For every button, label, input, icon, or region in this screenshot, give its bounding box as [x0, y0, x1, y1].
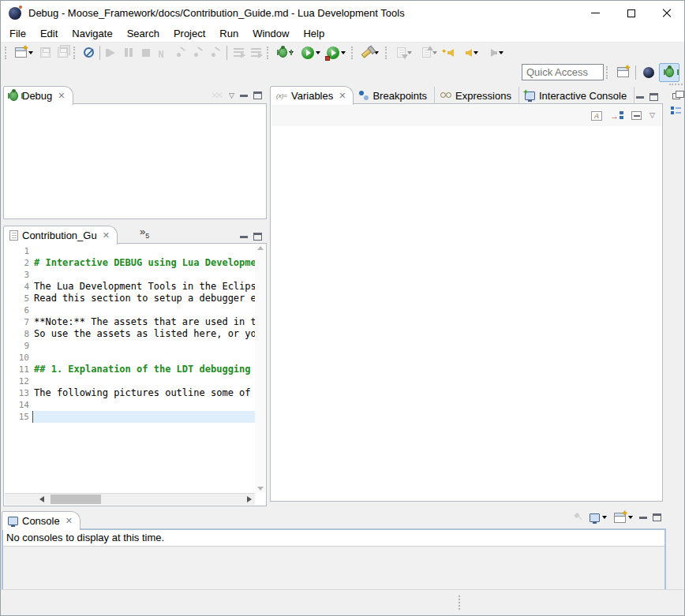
debug-button[interactable] — [273, 44, 298, 62]
main-toolbar: ✦ — [1, 43, 684, 62]
open-console-button[interactable]: ✦ — [613, 509, 634, 526]
dropdown-caret-icon — [316, 51, 320, 54]
close-icon[interactable]: ✕ — [58, 91, 65, 101]
tab-editor-contribution-guide[interactable]: Contribution_Gu ✕ — [3, 226, 118, 245]
tab-label: Debug — [22, 90, 52, 102]
window-maximize-button[interactable] — [613, 1, 649, 25]
tab-expressions[interactable]: Expressions — [435, 87, 519, 104]
debug-tab-row: Debug ✕ ✕✕ ▽ — [3, 84, 267, 104]
external-tools-icon — [327, 47, 339, 59]
menu-help[interactable]: Help — [296, 26, 331, 41]
restore-view-button[interactable] — [666, 93, 685, 99]
show-logical-structure-button[interactable]: → — [610, 111, 623, 121]
minimize-icon — [591, 13, 600, 13]
variables-toolbar: A → ▽ — [271, 105, 661, 126]
external-tools-button[interactable] — [324, 44, 349, 62]
breakpoints-icon — [359, 91, 369, 100]
skip-all-breakpoints-button[interactable] — [80, 44, 97, 62]
view-menu-button[interactable]: ▽ — [649, 112, 655, 119]
scroll-down-icon[interactable] — [257, 487, 264, 491]
dropdown-caret-icon — [407, 51, 412, 54]
minimize-view-button[interactable] — [240, 95, 248, 97]
outline-view-button[interactable] — [666, 106, 685, 116]
skip-breakpoints-icon — [84, 47, 94, 58]
scroll-up-icon[interactable] — [257, 246, 264, 250]
toolbar-drag-handle[interactable] — [351, 47, 355, 59]
menu-file[interactable]: File — [2, 26, 33, 41]
window-minimize-button[interactable] — [578, 1, 613, 25]
menu-edit[interactable]: Edit — [33, 26, 65, 41]
variables-icon: (x)= — [276, 92, 287, 99]
toolbar-drag-handle[interactable] — [385, 47, 389, 59]
console-empty-message: No consoles to display at this time. — [3, 530, 664, 547]
tab-label: Console — [22, 515, 60, 527]
toolbar-drag-handle[interactable] — [5, 47, 9, 59]
editor-line: 14 — [4, 399, 255, 411]
run-button[interactable] — [298, 44, 324, 62]
tab-breakpoints[interactable]: Breakpoints — [354, 87, 435, 104]
dropdown-caret-icon — [499, 51, 503, 54]
toolbar-drag-handle[interactable] — [267, 47, 271, 59]
open-perspective-button[interactable]: ✦ — [612, 63, 633, 82]
status-drag-handle[interactable] — [459, 595, 460, 610]
view-menu-button[interactable]: ▽ — [229, 92, 234, 99]
editor-line: 8So use the assets as listed here, or yo — [4, 328, 255, 340]
toolbar-drag-handle[interactable] — [606, 66, 610, 79]
scroll-right-icon[interactable] — [247, 496, 252, 502]
editor-line: 2# Interactive DEBUG using Lua Developme — [4, 257, 255, 269]
close-icon[interactable]: ✕ — [66, 516, 73, 526]
new-wizard-button[interactable]: ✦ — [11, 44, 36, 62]
show-type-names-button[interactable]: A — [591, 111, 602, 121]
tab-debug[interactable]: Debug ✕ — [3, 86, 73, 105]
editor-horizontal-scrollbar[interactable] — [5, 493, 255, 505]
menu-project[interactable]: Project — [167, 26, 212, 41]
maximize-view-button[interactable] — [253, 233, 262, 241]
use-step-filters-icon — [234, 48, 244, 57]
step-into-button — [172, 44, 189, 62]
scrollbar-thumb[interactable] — [51, 495, 101, 504]
menu-run[interactable]: Run — [212, 26, 245, 41]
tab-console[interactable]: Console ✕ — [2, 511, 80, 530]
editor-vertical-scrollbar[interactable] — [255, 244, 265, 493]
maximize-view-button[interactable] — [253, 91, 262, 99]
maximize-view-button[interactable] — [653, 513, 661, 521]
step-into-icon — [176, 48, 185, 57]
strip-drag-handle[interactable] — [669, 84, 683, 88]
forward-button[interactable] — [485, 44, 510, 62]
back-icon — [466, 49, 472, 57]
lua-perspective-button[interactable] — [638, 63, 659, 82]
tab-variables[interactable]: (x)= Variables ✕ — [270, 86, 354, 105]
search-button[interactable] — [357, 44, 383, 62]
collapse-all-button[interactable] — [631, 111, 642, 120]
editor-text[interactable]: 1 2# Interactive DEBUG using Lua Develop… — [4, 245, 255, 493]
variables-tab-row: (x)= Variables ✕ Breakpoints Expressions… — [270, 84, 663, 104]
minimize-view-button[interactable] — [240, 236, 248, 238]
debug-perspective-button[interactable] — [659, 63, 679, 82]
tab-label: Variables — [291, 90, 333, 102]
minimize-view-button[interactable] — [639, 517, 647, 519]
editor-line: 13The following pictures outline some of — [4, 387, 255, 399]
last-edit-location-icon: ✦ — [447, 49, 454, 57]
more-editors-chevron[interactable]: »5 — [140, 226, 149, 240]
dropdown-caret-icon — [432, 51, 437, 54]
minimize-view-button[interactable] — [636, 96, 644, 99]
scroll-left-icon[interactable] — [39, 496, 44, 502]
tab-interactive-console[interactable]: ✦ Interactive Console — [519, 87, 634, 104]
menu-search[interactable]: Search — [120, 26, 167, 41]
close-icon[interactable]: ✕ — [339, 91, 346, 101]
last-edit-location-button[interactable]: ✦ — [442, 44, 459, 62]
app-logo-icon — [9, 7, 21, 20]
close-icon[interactable]: ✕ — [103, 230, 110, 241]
editor-content[interactable]: 1 2# Interactive DEBUG using Lua Develop… — [3, 243, 267, 506]
display-selected-console-button[interactable] — [589, 509, 608, 526]
back-button[interactable] — [459, 44, 485, 62]
editor-line: 11## 1. Explanation of the LDT debugging — [4, 364, 255, 375]
window-close-button[interactable] — [649, 1, 684, 25]
menu-navigate[interactable]: Navigate — [65, 26, 119, 41]
run-icon — [301, 47, 314, 59]
menu-window[interactable]: Window — [245, 26, 296, 41]
toolbar-drag-handle[interactable] — [73, 47, 77, 59]
quick-access-input[interactable] — [522, 64, 604, 80]
maximize-view-button[interactable] — [649, 93, 658, 101]
next-annotation-button — [391, 44, 417, 62]
